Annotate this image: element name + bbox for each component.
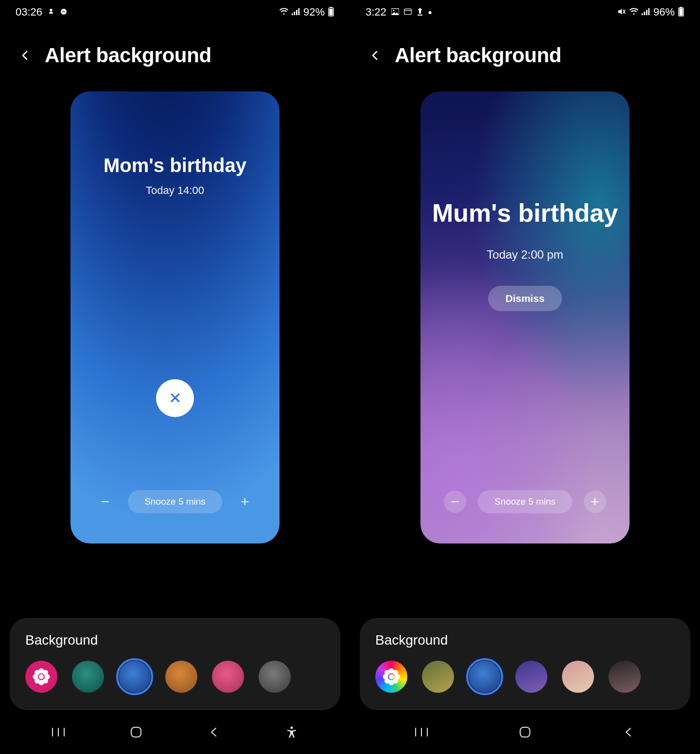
swatch-gallery-flower[interactable] [25, 661, 57, 693]
status-time: 3:22 [366, 6, 386, 18]
background-palette: Background [10, 618, 340, 710]
palette-title: Background [375, 632, 675, 648]
svg-point-42 [385, 670, 390, 675]
svg-point-16 [35, 678, 40, 684]
alert-time: Today 14:00 [146, 184, 204, 197]
swatch-pink[interactable] [212, 661, 244, 693]
alert-title: Mum's birthday [432, 198, 618, 228]
status-calendar-icon [404, 8, 412, 17]
status-notif-icon [47, 8, 55, 17]
palette-title: Background [25, 632, 325, 648]
snooze-row: − Snooze 5 mins + [70, 490, 280, 513]
swatch-row-left [25, 661, 325, 693]
preview-area: Mom's birthday Today 14:00 ✕ − Snooze 5 … [0, 77, 350, 608]
swatch-dark-mauve[interactable] [609, 661, 641, 693]
alert-time: Today 2:00 pm [487, 248, 563, 262]
status-bar: 03:26 92% [0, 0, 350, 24]
swatch-row-right [375, 661, 675, 693]
signal-icon [292, 8, 300, 17]
page-title: Alert background [45, 44, 211, 67]
signal-icon [642, 8, 650, 17]
nav-back-button[interactable] [614, 722, 643, 742]
snooze-row: − Snooze 5 mins + [420, 490, 630, 513]
svg-rect-4 [294, 12, 295, 15]
dismiss-button[interactable]: Dismiss [488, 286, 562, 311]
swatch-orange[interactable] [165, 661, 197, 693]
battery-icon [678, 7, 684, 18]
swatch-olive-yellow[interactable] [422, 661, 454, 693]
svg-rect-36 [680, 8, 683, 16]
svg-point-44 [385, 678, 390, 684]
preview-area: Mum's birthday Today 2:00 pm Dismiss − S… [350, 77, 700, 608]
status-more-icon: • [428, 10, 432, 15]
svg-point-43 [393, 670, 398, 675]
svg-point-14 [35, 670, 40, 675]
status-image-icon [391, 8, 399, 17]
swatch-violet[interactable] [515, 661, 547, 693]
back-button[interactable] [18, 48, 33, 63]
swatch-teal-green[interactable] [72, 661, 104, 693]
flower-icon [375, 661, 407, 693]
page-title: Alert background [395, 44, 561, 67]
alert-preview: Mum's birthday Today 2:00 pm Dismiss − S… [420, 91, 630, 544]
snooze-minus-button[interactable]: − [94, 491, 116, 513]
svg-rect-26 [404, 9, 411, 14]
svg-point-46 [389, 674, 394, 679]
page-header: Alert background [350, 24, 700, 77]
swatch-rose-beige[interactable] [562, 661, 594, 693]
svg-rect-34 [648, 8, 649, 15]
snooze-minus-button[interactable]: − [444, 491, 466, 513]
svg-rect-2 [62, 11, 66, 12]
svg-rect-8 [330, 9, 333, 16]
status-time: 03:26 [16, 6, 42, 18]
svg-point-23 [291, 727, 293, 729]
back-button[interactable] [368, 48, 383, 63]
snooze-button[interactable]: Snooze 5 mins [128, 490, 222, 513]
snooze-plus-button[interactable]: + [234, 491, 256, 513]
mute-icon [617, 8, 626, 17]
screen-right: 3:22 • 96% [350, 0, 700, 754]
svg-point-45 [393, 678, 398, 684]
alert-title: Mom's birthday [104, 155, 246, 176]
close-icon: ✕ [169, 389, 182, 407]
screen-left: 03:26 92% Alert background [0, 0, 350, 754]
nav-recents-button[interactable] [407, 722, 436, 742]
flower-icon [25, 661, 57, 693]
svg-rect-9 [330, 7, 332, 8]
nav-home-button[interactable] [122, 722, 151, 742]
svg-point-15 [43, 670, 48, 675]
nav-accessibility-button[interactable] [277, 722, 306, 742]
svg-rect-28 [418, 15, 422, 16]
svg-rect-22 [131, 727, 141, 737]
svg-rect-33 [646, 10, 648, 15]
background-palette: Background [360, 618, 690, 710]
swatch-grey[interactable] [259, 661, 291, 693]
svg-rect-3 [292, 13, 293, 15]
navigation-bar [0, 710, 350, 754]
nav-recents-button[interactable] [44, 722, 73, 742]
nav-back-button[interactable] [199, 722, 228, 742]
swatch-gallery-rainbow[interactable] [375, 661, 407, 693]
svg-point-25 [393, 10, 394, 11]
svg-point-18 [39, 674, 44, 679]
svg-rect-37 [680, 7, 682, 8]
snooze-plus-button[interactable]: + [584, 491, 606, 513]
svg-rect-50 [520, 727, 530, 737]
swatch-blue[interactable] [119, 661, 151, 693]
status-bar: 3:22 • 96% [350, 0, 700, 24]
swatch-blue[interactable] [469, 661, 501, 693]
svg-rect-32 [644, 12, 645, 15]
battery-percent: 92% [303, 6, 325, 18]
svg-point-17 [43, 678, 48, 684]
status-dnd-icon [60, 8, 68, 17]
nav-home-button[interactable] [510, 722, 540, 742]
alert-preview: Mom's birthday Today 14:00 ✕ − Snooze 5 … [70, 91, 280, 544]
battery-icon [328, 7, 334, 18]
battery-percent: 96% [653, 6, 675, 18]
status-upload-icon [417, 8, 423, 17]
svg-point-0 [50, 9, 52, 11]
dismiss-circle-button[interactable]: ✕ [156, 379, 194, 417]
snooze-button[interactable]: Snooze 5 mins [478, 490, 572, 513]
svg-rect-5 [296, 10, 298, 15]
svg-rect-31 [642, 13, 643, 15]
